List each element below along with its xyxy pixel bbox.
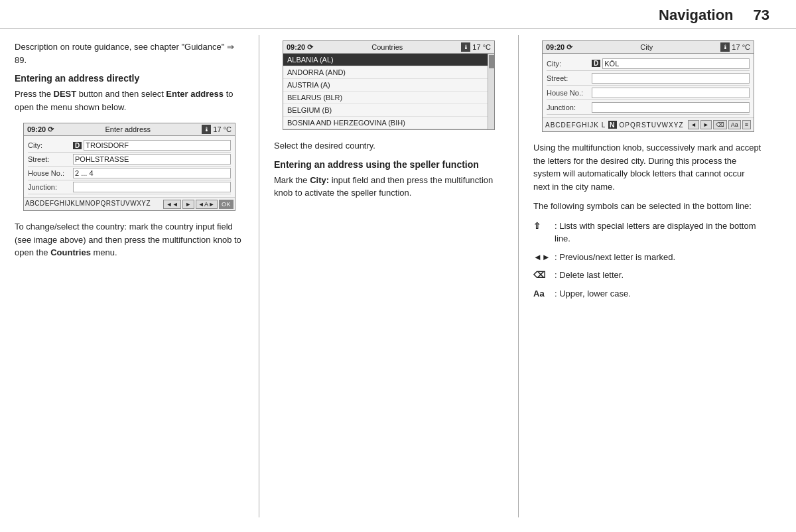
screen1-title: Enter address	[54, 125, 202, 133]
screen2-topbar: 09:20 ⟳ Countries 🌡 17 °C	[283, 41, 494, 54]
symbol-item-arrows: ◄► : Previous/next letter is marked.	[533, 251, 763, 264]
screen1-body: City: D TROISDORF Street: POHLSTRASSE Ho…	[24, 136, 235, 197]
form3-row-junction: Junction:	[547, 100, 750, 115]
col2-body2: Mark the City: input field and then pres…	[274, 174, 503, 200]
country-austria[interactable]: AUSTRIA (A)	[283, 79, 488, 92]
screen3-body: City: D KÖL Street: House No.: Junction:	[543, 54, 754, 117]
temp-icon-2: 🌡	[461, 42, 470, 52]
screen-countries: 09:20 ⟳ Countries 🌡 17 °C ALBANIA (AL) A…	[283, 40, 495, 130]
section-heading-2: Entering an address using the speller fu…	[274, 159, 503, 170]
form-row-city: City: D TROISDORF	[28, 139, 231, 153]
value3-city: KÖL	[602, 58, 750, 69]
screen3-temp: 🌡 17 °C	[720, 42, 750, 52]
speller-btn-case[interactable]: Aa	[728, 120, 741, 129]
label3-city: City:	[547, 60, 592, 68]
page-number: 73	[754, 7, 769, 24]
screen-enter-address: 09:20 ⟳ Enter address 🌡 17 °C City: D TR…	[23, 123, 235, 211]
form3-row-houseno: House No.:	[547, 86, 750, 100]
label-houseno: House No.:	[28, 169, 73, 177]
screen1-topbar: 09:20 ⟳ Enter address 🌡 17 °C	[24, 123, 235, 136]
screen3-time: 09:20 ⟳	[546, 43, 572, 52]
symbol-desc-delete: : Delete last letter.	[555, 269, 763, 282]
section-heading-1: Entering an address directly	[15, 73, 244, 84]
screen2-row: ALBANIA (AL) ANDORRA (AND) AUSTRIA (A) B…	[283, 54, 494, 129]
cursor3-city: D	[592, 60, 600, 67]
label3-junction: Junction:	[547, 103, 592, 111]
scrollbar[interactable]	[488, 54, 494, 129]
symbol-key-aa: Aa	[533, 287, 552, 300]
form-row-houseno: House No.: 2 ... 4	[28, 166, 231, 180]
btn-next[interactable]: ►	[182, 200, 194, 209]
symbol-item-shift: ⇧ : Lists with special letters are displ…	[533, 220, 763, 245]
form-row-junction: Junction:	[28, 180, 231, 194]
alpha-letters: ABCDEFGHIJKLMNOPQRSTUVWXYZ	[25, 200, 163, 209]
body-text-1: Press the DEST button and then select En…	[15, 88, 244, 113]
screen-city: 09:20 ⟳ City 🌡 17 °C City: D KÖL Street:	[542, 40, 754, 132]
speller-btn-prev[interactable]: ◄	[688, 120, 699, 129]
speller-letters: ABCDEFGHIJK L N OPQRSTUVWXYZ	[545, 121, 684, 129]
label3-street: Street:	[547, 74, 592, 82]
label-city: City:	[28, 141, 73, 149]
screen2-time: 09:20 ⟳	[287, 43, 313, 52]
col3-body1: Using the multifunction knob, successive…	[533, 141, 763, 193]
alpha-controls: ◄◄ ► ◄A► OK	[163, 200, 233, 209]
value-junction	[73, 182, 231, 192]
btn-prev-prev[interactable]: ◄◄	[163, 200, 181, 209]
intro-text: Description on route guidance, see chapt…	[15, 40, 244, 66]
symbol-item-delete: ⌫ : Delete last letter.	[533, 269, 763, 282]
label-street: Street:	[28, 155, 73, 163]
speller-btn-delete[interactable]: ⌫	[713, 120, 727, 129]
country-andorra[interactable]: ANDORRA (AND)	[283, 66, 488, 79]
symbol-list: ⇧ : Lists with special letters are displ…	[533, 220, 763, 300]
symbol-item-aa: Aa : Upper, lower case.	[533, 287, 763, 300]
country-belarus[interactable]: BELARUS (BLR)	[283, 92, 488, 104]
btn-ok[interactable]: OK	[219, 200, 233, 209]
value-street: POHLSTRASSE	[73, 154, 231, 165]
form-row-street: Street: POHLSTRASSE	[28, 153, 231, 166]
screen3-title: City	[572, 43, 720, 51]
speller-controls: ◄ ► ⌫ Aa ≡	[688, 120, 751, 129]
value-houseno: 2 ... 4	[73, 168, 231, 178]
page-header: Navigation 73	[0, 0, 796, 29]
column-2: 09:20 ⟳ Countries 🌡 17 °C ALBANIA (AL) A…	[259, 29, 518, 524]
country-belgium[interactable]: BELGIUM (B)	[283, 104, 488, 117]
value3-street	[592, 73, 750, 84]
speller-letter-n: N	[608, 121, 617, 129]
screen2-title: Countries	[313, 43, 461, 51]
label-junction: Junction:	[28, 183, 73, 191]
main-content: Description on route guidance, see chapt…	[0, 29, 796, 524]
page-title: Navigation	[659, 7, 733, 24]
form3-row-street: Street:	[547, 71, 750, 86]
label3-houseno: House No.:	[547, 89, 592, 97]
value3-junction	[592, 102, 750, 113]
value-city: TROISDORF	[84, 140, 231, 151]
screen3-topbar: 09:20 ⟳ City 🌡 17 °C	[543, 41, 754, 54]
screen1-time: 09:20 ⟳	[27, 125, 54, 134]
form3-row-city: City: D KÖL	[547, 56, 750, 71]
speller-btn-menu[interactable]: ≡	[742, 120, 751, 129]
col2-body1: Select the desired country.	[274, 139, 503, 153]
screen3-alphabet: ABCDEFGHIJK L N OPQRSTUVWXYZ ◄ ► ⌫ Aa ≡	[543, 117, 754, 131]
screen1-alphabet: ABCDEFGHIJKLMNOPQRSTUVWXYZ ◄◄ ► ◄A► OK	[24, 197, 235, 210]
temp-icon-3: 🌡	[720, 42, 730, 52]
symbol-key-shift: ⇧	[533, 220, 552, 233]
speller-btn-next[interactable]: ►	[700, 120, 712, 129]
btn-case[interactable]: ◄A►	[196, 200, 218, 209]
column-3: 09:20 ⟳ City 🌡 17 °C City: D KÖL Street:	[519, 29, 777, 524]
country-albania[interactable]: ALBANIA (AL)	[283, 54, 488, 66]
symbol-desc-aa: : Upper, lower case.	[555, 287, 763, 300]
column-1: Description on route guidance, see chapt…	[0, 29, 259, 524]
cursor-city: D	[73, 142, 82, 149]
screen2-temp: 🌡 17 °C	[461, 42, 491, 52]
symbol-desc-shift: : Lists with special letters are display…	[555, 220, 763, 245]
value3-houseno	[592, 88, 750, 98]
body-text-2: To change/select the country: mark the c…	[15, 220, 244, 259]
temp-icon: 🌡	[202, 125, 211, 134]
symbol-key-delete: ⌫	[533, 269, 552, 282]
col3-body2: The following symbols can be selected in…	[533, 200, 763, 213]
symbol-desc-arrows: : Previous/next letter is marked.	[555, 251, 763, 264]
country-bosnia[interactable]: BOSNIA AND HERZEGOVINA (BIH)	[283, 117, 488, 129]
screen1-temp: 🌡 17 °C	[202, 125, 232, 134]
countries-list: ALBANIA (AL) ANDORRA (AND) AUSTRIA (A) B…	[283, 54, 488, 129]
symbol-key-arrows: ◄►	[533, 251, 552, 264]
